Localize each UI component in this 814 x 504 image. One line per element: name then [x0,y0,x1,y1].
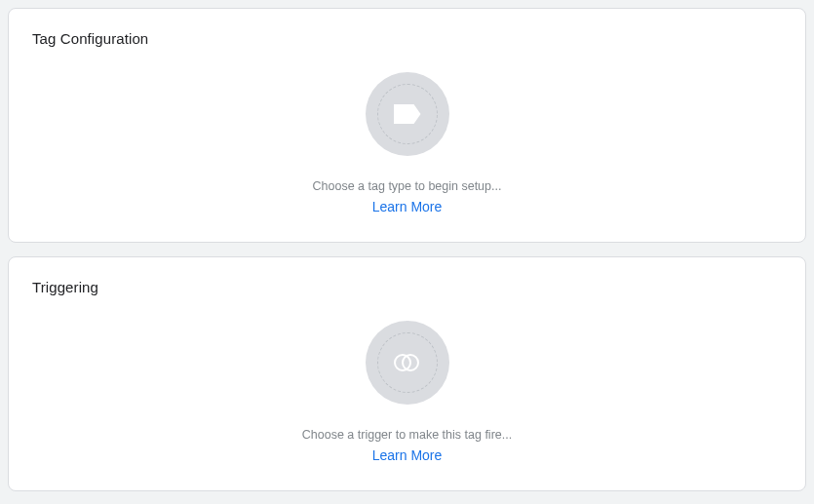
triggering-card[interactable]: Triggering Choose a trigger to make this… [8,256,806,491]
tag-configuration-learn-more-link[interactable]: Learn More [372,199,443,214]
triggering-hint: Choose a trigger to make this tag fire..… [302,428,512,442]
triggering-learn-more-link[interactable]: Learn More [372,447,443,463]
triggering-empty-state: Choose a trigger to make this tag fire..… [32,295,782,463]
tag-configuration-card[interactable]: Tag Configuration Choose a tag type to b… [8,8,806,243]
triggering-title: Triggering [32,279,782,295]
tag-configuration-hint: Choose a tag type to begin setup... [313,179,502,193]
trigger-icon [366,321,449,405]
tag-configuration-empty-state: Choose a tag type to begin setup... Lear… [32,47,782,214]
tag-icon [366,72,449,156]
tag-configuration-title: Tag Configuration [32,30,782,47]
